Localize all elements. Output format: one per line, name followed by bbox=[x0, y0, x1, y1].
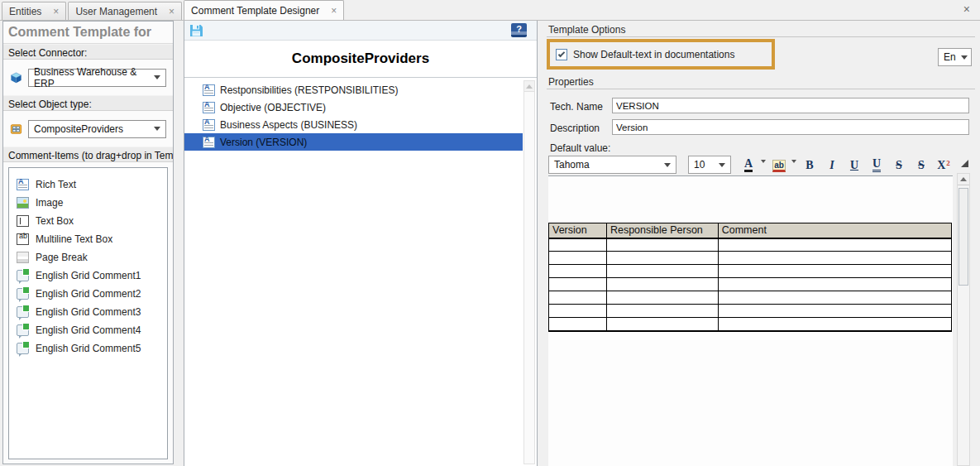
page-break-icon bbox=[17, 252, 29, 263]
rich-text-icon bbox=[203, 102, 215, 113]
tech-name-label: Tech. Name bbox=[550, 101, 603, 113]
bold-button[interactable]: B bbox=[800, 156, 820, 174]
connector-select[interactable]: Business Warehouse & ERP bbox=[28, 69, 166, 87]
description-input[interactable] bbox=[612, 119, 969, 135]
underline-button[interactable]: U bbox=[844, 156, 864, 174]
object-type-select[interactable]: CompositeProviders bbox=[28, 120, 166, 138]
table-cell[interactable] bbox=[718, 305, 951, 318]
image-icon bbox=[17, 197, 29, 209]
tab-user-management[interactable]: User Management × bbox=[68, 2, 182, 20]
show-default-text-checkbox[interactable] bbox=[556, 49, 567, 60]
italic-button[interactable]: I bbox=[822, 156, 842, 174]
list-item-rich-text[interactable]: Rich Text bbox=[9, 175, 167, 194]
language-select[interactable]: En bbox=[938, 48, 972, 66]
highlight-color-icon: ab bbox=[772, 160, 786, 172]
italic-icon: I bbox=[829, 159, 834, 172]
chevron-down-icon bbox=[664, 163, 671, 167]
font-color-button[interactable]: A bbox=[739, 156, 758, 174]
table-cell[interactable] bbox=[549, 291, 607, 305]
table-empty-row bbox=[549, 278, 952, 291]
template-item-business-aspects[interactable]: Business Aspects (BUSINESS) bbox=[184, 116, 523, 133]
column-header-comment: Comment bbox=[718, 223, 951, 238]
tab-comment-template-designer[interactable]: Comment Template Designer × bbox=[184, 0, 344, 20]
formatting-toolbar: A ab B I U U S S bbox=[739, 156, 954, 174]
list-item-text-box[interactable]: Text Box bbox=[9, 212, 167, 230]
table-cell[interactable] bbox=[718, 291, 951, 305]
list-item-label: Image bbox=[36, 197, 63, 209]
list-item-grid-comment-1[interactable]: English Grid Comment1 bbox=[9, 267, 167, 285]
description-label: Description bbox=[550, 123, 600, 134]
tab-entities[interactable]: Entities × bbox=[2, 2, 66, 20]
rich-text-icon bbox=[17, 179, 29, 190]
window-close-icon[interactable]: × bbox=[963, 3, 970, 15]
list-item-label: English Grid Comment4 bbox=[36, 324, 141, 336]
list-item-label: Rich Text bbox=[36, 179, 76, 190]
table-cell[interactable] bbox=[549, 265, 607, 278]
strikethrough-button[interactable]: S bbox=[889, 156, 909, 174]
select-connector-header: Select Connector: bbox=[3, 44, 173, 60]
template-item-version-selected[interactable]: Version (VERSION) bbox=[184, 133, 523, 151]
table-cell[interactable] bbox=[549, 318, 607, 331]
help-icon[interactable]: ? bbox=[511, 23, 527, 37]
table-cell[interactable] bbox=[549, 252, 607, 265]
superscript-button[interactable]: X 2 bbox=[934, 156, 954, 174]
table-header-row: Version Responsible Person Comment bbox=[549, 223, 952, 238]
checkmark-icon bbox=[558, 50, 565, 56]
double-strikethrough-button[interactable]: S bbox=[911, 156, 931, 174]
default-value-table: Version Responsible Person Comment bbox=[548, 223, 952, 332]
tab-user-management-label: User Management bbox=[75, 6, 157, 17]
table-cell[interactable] bbox=[606, 238, 718, 252]
chevron-down-icon[interactable] bbox=[761, 160, 766, 163]
template-item-responsibilities[interactable]: Restponsibilities (RESTPONSIBILITIES) bbox=[184, 81, 523, 98]
properties-title: Properties bbox=[548, 76, 594, 88]
double-underline-icon: U bbox=[872, 158, 881, 172]
double-underline-button[interactable]: U bbox=[867, 156, 887, 174]
font-size-select[interactable]: 10 bbox=[688, 156, 731, 174]
strikethrough-icon: S bbox=[896, 159, 902, 172]
table-cell[interactable] bbox=[606, 305, 718, 318]
sidebar-title: Comment Template for bbox=[3, 22, 173, 44]
list-item-label: English Grid Comment2 bbox=[36, 288, 141, 300]
tech-name-input[interactable] bbox=[612, 98, 969, 113]
list-item-image[interactable]: Image bbox=[9, 194, 167, 212]
font-name-select[interactable]: Tahoma bbox=[548, 156, 676, 174]
table-cell[interactable] bbox=[606, 265, 718, 278]
chevron-down-icon[interactable] bbox=[791, 160, 796, 163]
editor-scrollbar[interactable] bbox=[957, 173, 970, 466]
table-cell[interactable] bbox=[606, 252, 718, 265]
table-cell[interactable] bbox=[606, 318, 718, 331]
table-cell[interactable] bbox=[718, 318, 951, 331]
save-icon[interactable] bbox=[189, 23, 203, 37]
table-cell[interactable] bbox=[549, 238, 607, 252]
designer-scrollbar[interactable] bbox=[523, 80, 535, 464]
list-item-label: English Grid Comment1 bbox=[36, 270, 141, 281]
font-size-value: 10 bbox=[694, 159, 705, 171]
list-item-grid-comment-5[interactable]: English Grid Comment5 bbox=[9, 339, 167, 358]
table-cell[interactable] bbox=[718, 265, 951, 278]
scrollbar-thumb[interactable] bbox=[958, 188, 968, 286]
default-value-editor[interactable]: Version Responsible Person Comment bbox=[548, 175, 953, 466]
list-item-grid-comment-4[interactable]: English Grid Comment4 bbox=[9, 321, 167, 339]
list-item-page-break[interactable]: Page Break bbox=[9, 248, 167, 267]
template-item-objective[interactable]: Objective (OBJECTIVE) bbox=[184, 98, 523, 116]
tab-close-icon[interactable]: × bbox=[53, 7, 59, 17]
scroll-up-icon[interactable] bbox=[524, 81, 534, 92]
list-item-grid-comment-2[interactable]: English Grid Comment2 bbox=[9, 285, 167, 303]
table-cell[interactable] bbox=[549, 278, 607, 291]
list-item-multiline-text-box[interactable]: Multiline Text Box bbox=[9, 230, 167, 248]
toolbar-expand-icon[interactable] bbox=[961, 160, 968, 167]
highlight-color-button[interactable]: ab bbox=[769, 156, 789, 174]
chevron-down-icon bbox=[961, 55, 968, 60]
list-item-grid-comment-3[interactable]: English Grid Comment3 bbox=[9, 303, 167, 321]
table-cell[interactable] bbox=[718, 252, 951, 265]
template-items-list: Restponsibilities (RESTPONSIBILITIES) Ob… bbox=[184, 79, 537, 466]
table-cell[interactable] bbox=[606, 291, 718, 305]
tab-close-icon[interactable]: × bbox=[169, 7, 174, 17]
tab-close-icon[interactable]: × bbox=[331, 6, 337, 16]
divider bbox=[547, 36, 975, 37]
table-cell[interactable] bbox=[606, 278, 718, 291]
table-cell[interactable] bbox=[718, 278, 951, 291]
table-cell[interactable] bbox=[549, 305, 607, 318]
table-cell[interactable] bbox=[718, 238, 951, 252]
scroll-up-icon[interactable] bbox=[958, 174, 969, 185]
